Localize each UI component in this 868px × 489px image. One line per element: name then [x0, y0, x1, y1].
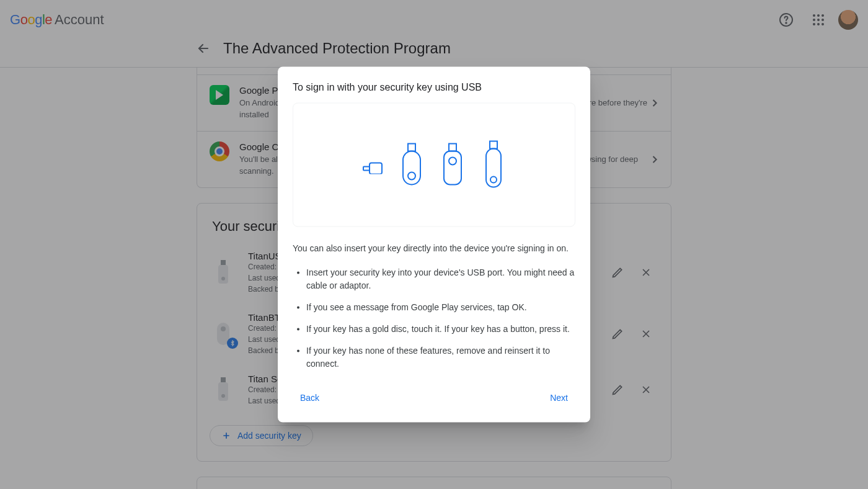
- svg-rect-19: [363, 167, 370, 171]
- usb-signin-dialog: To sign in with your security key using …: [278, 67, 590, 423]
- svg-rect-25: [444, 151, 461, 185]
- dialog-step: If you see a message from Google Play se…: [306, 301, 575, 314]
- usb-keys-illustration: [293, 103, 575, 227]
- dialog-step: If your key has none of these features, …: [306, 344, 575, 370]
- dialog-next-button[interactable]: Next: [542, 388, 575, 408]
- svg-rect-27: [490, 141, 497, 149]
- svg-rect-20: [370, 163, 382, 174]
- dialog-steps-list: Insert your security key into your devic…: [293, 266, 575, 370]
- svg-point-23: [408, 173, 415, 180]
- svg-rect-24: [449, 144, 456, 151]
- dialog-step: If your key has a gold disc, touch it. I…: [306, 323, 575, 336]
- dialog-step: Insert your security key into your devic…: [306, 266, 575, 292]
- svg-point-29: [490, 177, 497, 183]
- svg-point-26: [449, 158, 456, 165]
- dialog-back-button[interactable]: Back: [293, 388, 327, 408]
- dialog-title: To sign in with your security key using …: [293, 82, 575, 93]
- svg-rect-28: [486, 149, 501, 187]
- svg-rect-21: [408, 144, 415, 151]
- dialog-intro: You can also insert your key directly in…: [293, 242, 575, 255]
